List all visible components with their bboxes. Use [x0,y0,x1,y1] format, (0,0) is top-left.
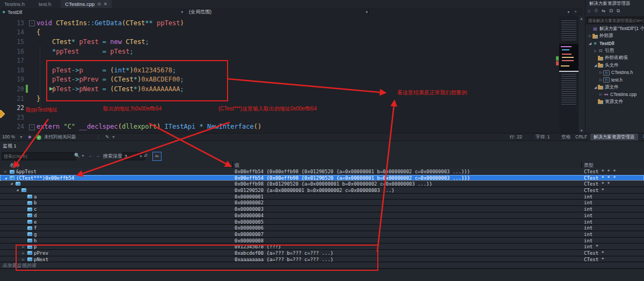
fold-toggle-icon[interactable]: - [29,124,35,130]
watch-type: CTest * [584,257,604,262]
watch-row-&ppTest[interactable]: ▷&ppTest0x00effb54 {0x00effb98 {0x012905… [0,168,644,175]
tree-item-CTestIns.h[interactable]: ▷hCTestIns.h [586,69,644,77]
watch-row-deref[interactable]: ◢0x00effb98 {0x01290520 {a=0x00000001 b=… [0,181,644,187]
watch-name: h [34,238,36,243]
health-status-label[interactable]: 未找到相关问题 [44,134,76,140]
sync-icon[interactable]: ⇆ [602,8,605,14]
project-dropdown[interactable]: ❖ TestDll [2,8,22,16]
expander-icon[interactable]: ▷ [588,34,592,38]
h-icon: h [603,77,610,83]
watch-row-h[interactable]: h0x00000008int [0,238,644,244]
watch-row-(CTest***)0x00effb54[interactable]: ◢(CTest***)0x00effb540x00effb54 {0x00eff… [0,175,644,181]
watch-row-c[interactable]: c0x00000003int [0,206,644,212]
pin-icon[interactable]: ⊙ [97,2,101,6]
minimap[interactable] [559,16,579,133]
solution-explorer-search-input[interactable] [587,17,644,24]
pending-changes-icon[interactable]: ⏱ [594,8,598,14]
expander-icon[interactable]: ▷ [21,245,26,249]
zoom-level[interactable]: 100 % [2,134,15,139]
expander-icon[interactable]: ▷ [3,169,8,174]
expander-icon[interactable]: ▷ [598,92,603,97]
scroll-down-icon[interactable]: ▼ [580,129,583,132]
chevron-down-icon[interactable]: ▼ [81,154,85,158]
close-icon[interactable]: ✕ [104,2,107,6]
search-depth-select[interactable]: 3 ▼ [122,152,145,160]
tree-item-源文件[interactable]: ◢源文件 [586,84,644,91]
tree-item-test.h[interactable]: ▷htest.h [586,76,644,84]
watch-row-f[interactable]: f0x00000006int [0,225,644,231]
expander-icon[interactable]: ◢ [3,176,8,180]
tree-item-外部源[interactable]: ▷外部源 [586,33,644,40]
watch-row-pNext[interactable]: ▷pNext0xaaaaaaaa {a=??? b=??? c=??? ...}… [0,256,644,263]
chevron-down-icon[interactable]: ▼ [112,135,115,139]
watch-type: CTest * [584,250,604,256]
tab-class-view[interactable]: 类视图 [640,134,644,141]
watch-row-pPrev[interactable]: ▷pPrev0xabcdef00 {a=??? b=??? c=??? ...}… [0,250,644,256]
project-dropdown-label: TestDll [8,10,22,15]
expander-icon[interactable]: ▷ [593,49,598,53]
collapse-all-icon[interactable]: ⊟ [609,8,613,14]
tab-CTestIns.cpp[interactable]: CTestIns.cpp⊙✕ [61,0,111,8]
tree-item-资源文件[interactable]: 资源文件 [586,98,644,106]
scope-dropdown[interactable]: (全局范围) [189,8,211,16]
expander-icon[interactable]: ▷ [21,257,26,262]
properties-icon[interactable]: ⧉ [617,8,620,14]
member-icon [27,208,32,211]
tab-solution-explorer[interactable]: 解决方案资源管理器 [590,134,638,141]
watch-row-a[interactable]: a0x00000001int [0,194,644,200]
watch-type: CTest * * [584,181,610,187]
member-icon [27,239,32,242]
code-editor[interactable]: 13-void CTestIns::GetData(CTest** ppTest… [0,16,559,133]
watch-row-deref[interactable]: ◢0x01290520 {a=0x00000001 b=0x00000002 c… [0,187,644,194]
search-icon[interactable]: 🔍 [74,153,80,158]
sol-icon: ▤ [592,26,598,31]
expander-icon[interactable]: ◢ [9,181,14,186]
editor-scrollbar[interactable]: ▲ ▼ [579,16,585,133]
filter-icon[interactable]: ◈ [28,134,32,139]
member-icon [27,201,32,205]
watch-row-g[interactable]: g0x00000007int [0,231,644,238]
code-cleanup-icon[interactable]: ✎ [105,134,109,139]
back-arrow-icon[interactable]: ← [88,153,93,158]
tree-item-外部依赖项[interactable]: 外部依赖项 [586,54,644,62]
expander-icon[interactable]: ◢ [588,41,592,46]
split-editor-handle-icon[interactable]: ÷ [574,9,577,14]
tree-item-解决方案"TestDll"(1 个项目)[interactable]: ▤解决方案"TestDll"(1 个项目) [586,25,644,33]
home-icon[interactable]: ⌂ [588,8,590,14]
tree-item-TestDll[interactable]: ◢⧈TestDll [586,40,644,47]
watch-rows: ▷&ppTest0x00effb54 {0x00effb98 {0x012905… [0,168,644,269]
forward-arrow-icon[interactable]: → [96,153,100,158]
tree-item-引用[interactable]: ▷⊡引用 [586,47,644,55]
fold-toggle-icon[interactable]: - [29,20,35,26]
tab-TestIns.h[interactable]: TestIns.h [0,0,29,8]
zoom-chevron-icon[interactable]: ▼ [19,135,23,139]
watch-type: CTest * * * [584,175,616,181]
watch-row-p[interactable]: ▷p0x12345678 {???}int * [0,243,644,250]
proj-icon: ⧈ [592,41,598,46]
watch-row-e[interactable]: e0x00000005int [0,219,644,225]
tree-item-CTestIns.cpp[interactable]: ▷++CTestIns.cpp [586,91,644,98]
watch-row-b[interactable]: b0x00000002int [0,199,644,206]
ref-icon: ⊡ [598,48,603,53]
expander-icon[interactable]: ◢ [593,63,598,68]
watch-type: CTest * [584,188,604,193]
expander-icon[interactable]: ▷ [21,251,26,255]
expander-icon[interactable]: ▷ [598,78,603,82]
tab-test.h[interactable]: test.h [34,0,55,8]
folder-icon [598,57,603,61]
tree-item-头文件[interactable]: ◢头文件 [586,62,644,69]
hex-display-toggle[interactable]: 0x [152,152,162,161]
scroll-up-icon[interactable]: ▲ [580,17,583,20]
health-check-icon[interactable]: ✓ [36,135,41,140]
expander-icon[interactable]: ◢ [593,85,598,90]
line-number: 19 [0,76,24,83]
expander-icon[interactable]: ▷ [598,70,603,75]
expander-icon[interactable]: ◢ [15,188,20,192]
add-watch-row[interactable]: 添加要监视的项 [0,262,644,269]
member-icon [27,226,32,230]
line-number: 16 [0,48,24,55]
solution-explorer-title: 解决方案资源管理器 [589,1,631,7]
minimap-line [562,49,569,50]
watch-search-input[interactable] [2,152,76,160]
watch-row-d[interactable]: d0x00000004int [0,212,644,219]
